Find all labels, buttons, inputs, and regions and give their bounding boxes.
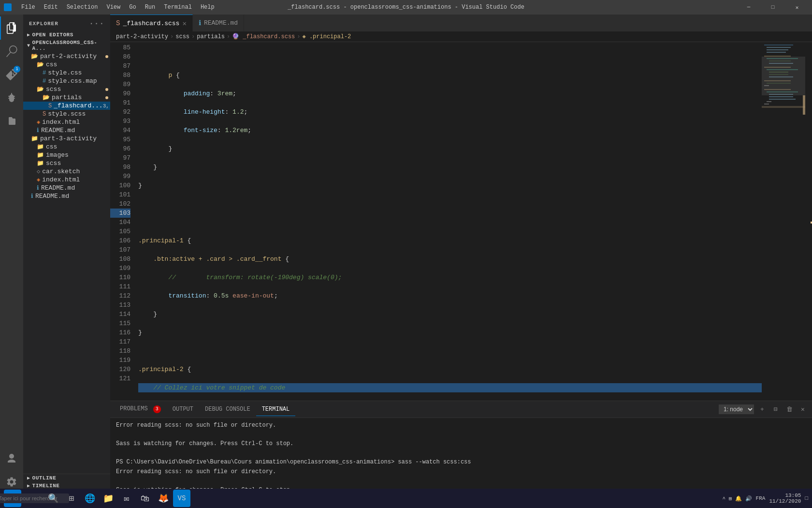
taskbar-apps-icon[interactable]: ⊞ (63, 490, 80, 507)
tab-output[interactable]: OUTPUT (167, 403, 199, 416)
breadcrumb-part2[interactable]: scss (175, 33, 189, 40)
tree-readme-p3[interactable]: ℹ README.md (23, 184, 110, 192)
svg-rect-19 (769, 96, 793, 97)
line-num: 107 (110, 245, 130, 254)
menu-run[interactable]: Run (141, 3, 160, 12)
tree-images-p3[interactable]: 📁 images (23, 151, 110, 159)
folder-open-icon: 📂 (43, 94, 50, 101)
tree-label: part-3-activity (40, 135, 97, 142)
tab-close-button[interactable]: ✕ (182, 19, 186, 28)
tree-readme-root[interactable]: ℹ README.md (23, 192, 110, 200)
menu-edit[interactable]: Edit (40, 3, 62, 12)
terminal-line-2 (116, 430, 806, 439)
line-num: 98 (110, 163, 130, 172)
menu-file[interactable]: File (17, 3, 39, 12)
code-editor[interactable]: p { padding: 3rem; line-height: 1.2; fon… (134, 42, 762, 401)
tree-car-sketch[interactable]: ◇ car.sketch (23, 167, 110, 176)
taskbar-store[interactable]: 🛍 (136, 490, 154, 507)
tab-problems[interactable]: PROBLEMS 3 (114, 403, 167, 416)
problems-badge: 3 (153, 405, 161, 413)
minimize-button[interactable]: ─ (738, 0, 760, 15)
taskbar-search-icon[interactable]: 🔍 (44, 490, 62, 507)
tab-label: _flashcard.scss (123, 20, 179, 27)
breadcrumb-symbol[interactable]: ◈ .principal-2 (302, 33, 351, 40)
svg-rect-22 (764, 104, 769, 105)
tree-style-scss[interactable]: S style.scss (23, 110, 110, 118)
line-num: 106 (110, 236, 130, 245)
terminal-line-5: PS C:\Users\David\OneDrive\Bureau\Cours … (116, 458, 806, 467)
tree-partials[interactable]: 📂 partials (23, 93, 110, 102)
breadcrumb-part3[interactable]: partials (197, 33, 225, 40)
tree-css[interactable]: 📂 css (23, 60, 110, 69)
open-editors-header[interactable]: ▶ OPEN EDITORS (23, 31, 110, 39)
search-taskbar[interactable] (23, 490, 41, 507)
terminal-instance-select[interactable]: 1: node (719, 404, 754, 414)
menu-selection[interactable]: Selection (63, 3, 102, 12)
tree-index-html-p2[interactable]: ◈ index.html (23, 118, 110, 126)
maximize-button[interactable]: □ (762, 0, 784, 15)
minimap-slider[interactable] (762, 57, 805, 95)
tree-label: README.md (35, 193, 69, 200)
line-num: 116 (110, 328, 130, 337)
tree-part3[interactable]: 📁 part-3-activity (23, 134, 110, 143)
menu-view[interactable]: View (102, 3, 124, 12)
tree-readme-p2[interactable]: ℹ README.md (23, 126, 110, 134)
tree-index-html-p3[interactable]: ◈ index.html (23, 176, 110, 184)
taskbar-folder[interactable]: 📁 (100, 490, 117, 507)
explorer-header[interactable]: ▼ OPENCLASSROOMS_CSS-A... (23, 39, 110, 52)
file-md-icon: ℹ (37, 127, 39, 134)
code-line-98: transition: 0.5s ease-in-out; (138, 291, 762, 300)
menu-go[interactable]: Go (125, 3, 140, 12)
sidebar-more-icon[interactable]: ··· (89, 19, 104, 28)
tab-flashcard[interactable]: S _flashcard.scss ✕ (110, 15, 193, 31)
taskbar-vscode[interactable]: VS (173, 490, 190, 507)
tree-scss-p3[interactable]: 📁 scss (23, 159, 110, 167)
breadcrumb-part1[interactable]: part-2-activity (116, 33, 168, 40)
code-line-95: .principal-1 { (138, 236, 762, 245)
outline-section[interactable]: ▶ OUTLINE (23, 474, 110, 482)
line-num: 118 (110, 346, 130, 356)
activity-git[interactable]: 1 (0, 63, 23, 86)
tab-terminal[interactable]: TERMINAL (256, 403, 296, 416)
tray-time: 13:0511/12/2020 (769, 493, 801, 504)
terminal-content[interactable]: Error reading scss: no such file or dire… (110, 418, 812, 497)
tree-style-css-map[interactable]: # style.css.map (23, 77, 110, 85)
activity-explorer[interactable] (0, 16, 23, 40)
menu-help[interactable]: Help (197, 3, 218, 12)
activity-account[interactable] (0, 447, 23, 470)
taskbar-tray: ^ ⊞ 🔔 🔊 FRA 13:0511/12/2020 □ (723, 493, 808, 504)
activity-debug[interactable] (0, 86, 23, 109)
split-terminal-button[interactable]: ⊟ (770, 404, 781, 415)
activity-search[interactable] (0, 40, 23, 63)
file-scss-icon: S (48, 103, 52, 109)
tab-debug-console[interactable]: DEBUG CONSOLE (199, 403, 256, 416)
breadcrumb-file[interactable]: 🔮 _flashcard.scss (232, 33, 295, 40)
code-line-87: padding: 3rem; (138, 89, 762, 98)
vscode-logo (4, 3, 12, 11)
line-num: 89 (110, 80, 130, 89)
trash-terminal-button[interactable]: 🗑 (784, 404, 795, 415)
taskbar: ⊞ 🔍 ⊞ 🌐 📁 ✉ 🛍 🦊 VS ^ ⊞ 🔔 🔊 FRA 13:0511/1… (0, 489, 812, 508)
taskbar-firefox[interactable]: 🦊 (155, 490, 172, 507)
tree-style-css[interactable]: # style.css (23, 69, 110, 77)
tree-css-p3[interactable]: 📁 css (23, 143, 110, 151)
taskbar-mail[interactable]: ✉ (118, 490, 135, 507)
taskbar-edge[interactable]: 🌐 (81, 490, 99, 507)
close-button[interactable]: ✕ (786, 0, 808, 15)
line-num: 95 (110, 135, 130, 144)
tab-readme[interactable]: ℹ README.md (193, 15, 244, 31)
folder-closed-icon: 📁 (37, 160, 44, 167)
close-panel-button[interactable]: ✕ (798, 404, 808, 415)
tree-part2[interactable]: 📂 part-2-activity (23, 52, 110, 60)
line-num: 102 (110, 199, 130, 209)
menu-terminal[interactable]: Terminal (160, 3, 196, 12)
sidebar-content: ▶ OPEN EDITORS ▼ OPENCLASSROOMS_CSS-A...… (23, 31, 110, 474)
activity-extensions[interactable] (0, 109, 23, 133)
tab-label: README.md (204, 19, 238, 27)
panel-tabs: PROBLEMS 3 OUTPUT DEBUG CONSOLE TERMINAL… (110, 401, 812, 418)
scroll-rail[interactable] (805, 42, 812, 401)
tree-flashcard[interactable]: S _flashcard... 3, M (23, 102, 110, 110)
tree-scss[interactable]: 📂 scss (23, 85, 110, 93)
new-terminal-button[interactable]: + (757, 404, 768, 415)
breadcrumb-sep4: › (297, 33, 300, 40)
